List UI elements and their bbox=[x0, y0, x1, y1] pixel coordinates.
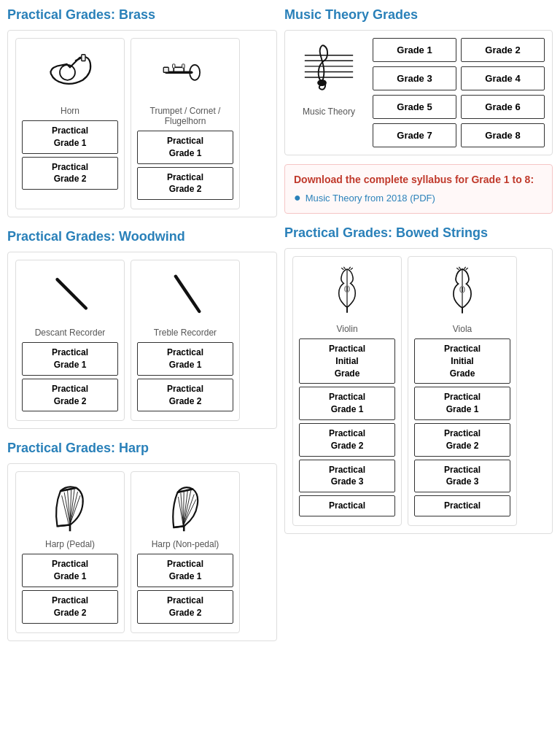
bullet-icon: ● bbox=[294, 191, 301, 204]
svg-line-28 bbox=[181, 493, 184, 526]
harp-pedal-grade1-btn[interactable]: PracticalGrade 1 bbox=[22, 554, 118, 587]
harp-grid: Harp (Pedal) PracticalGrade 1 PracticalG… bbox=[7, 463, 277, 640]
download-section: Download the complete syllabus for Grade… bbox=[284, 164, 553, 214]
svg-line-46 bbox=[349, 267, 350, 269]
descant-grade1-btn[interactable]: PracticalGrade 1 bbox=[22, 342, 118, 376]
svg-rect-10 bbox=[173, 64, 176, 68]
violin-name: Violin bbox=[336, 324, 357, 334]
strings-title: Practical Grades: Bowed Strings bbox=[284, 225, 553, 241]
svg-rect-9 bbox=[163, 67, 168, 72]
theory-grade6-btn[interactable]: Grade 6 bbox=[461, 95, 545, 119]
theory-grade5-btn[interactable]: Grade 5 bbox=[373, 95, 456, 119]
viola-grade3-btn[interactable]: PracticalGrade 3 bbox=[414, 460, 510, 493]
violin-grade1-btn[interactable]: PracticalGrade 1 bbox=[299, 387, 395, 420]
horn-name: Horn bbox=[61, 106, 79, 116]
brass-title: Practical Grades: Brass bbox=[7, 7, 277, 23]
treble-recorder-icon bbox=[156, 266, 214, 325]
violin-grade3-btn[interactable]: PracticalGrade 3 bbox=[299, 460, 395, 493]
music-theory-icon bbox=[300, 38, 358, 104]
horn-grade2-btn[interactable]: PracticalGrade 2 bbox=[22, 157, 118, 190]
harp-nonpedal-grade1-btn[interactable]: PracticalGrade 1 bbox=[137, 554, 233, 587]
download-pdf-link[interactable]: ● Music Theory from 2018 (PDF) bbox=[294, 191, 543, 204]
trumpet-grade2-btn[interactable]: PracticalGrade 2 bbox=[137, 167, 233, 201]
theory-title: Music Theory Grades bbox=[284, 7, 553, 23]
theory-icon-wrap: Music Theory bbox=[292, 38, 365, 117]
woodwind-title: Practical Grades: Woodwind bbox=[7, 229, 277, 244]
violin-grade2-btn[interactable]: PracticalGrade 2 bbox=[299, 423, 395, 457]
svg-rect-11 bbox=[182, 64, 185, 68]
viola-grade1-btn[interactable]: PracticalGrade 1 bbox=[414, 387, 510, 420]
svg-line-12 bbox=[58, 279, 86, 308]
svg-line-52 bbox=[456, 268, 459, 269]
horn-grade1-btn[interactable]: PracticalGrade 1 bbox=[22, 120, 118, 154]
treble-recorder-card: Treble Recorder PracticalGrade 1 Practic… bbox=[131, 260, 240, 421]
svg-line-13 bbox=[176, 276, 199, 311]
download-title: Download the complete syllabus for Grade… bbox=[294, 174, 543, 185]
theory-name-label: Music Theory bbox=[303, 107, 355, 117]
svg-line-44 bbox=[341, 268, 343, 269]
trumpet-grade1-btn[interactable]: PracticalGrade 1 bbox=[137, 131, 233, 164]
viola-grade2-btn[interactable]: PracticalGrade 2 bbox=[414, 423, 510, 457]
viola-initial-btn[interactable]: PracticalInitialGrade bbox=[414, 338, 510, 384]
brass-grid: Horn PracticalGrade 1 PracticalGrade 2 bbox=[7, 30, 277, 217]
woodwind-grid: Descant Recorder PracticalGrade 1 Practi… bbox=[7, 252, 277, 429]
harp-pedal-grade2-btn[interactable]: PracticalGrade 2 bbox=[22, 590, 118, 624]
theory-grade1-btn[interactable]: Grade 1 bbox=[373, 38, 456, 62]
theory-grade3-btn[interactable]: Grade 3 bbox=[373, 66, 456, 90]
svg-line-54 bbox=[464, 267, 465, 269]
harp-pedal-icon bbox=[41, 478, 99, 536]
svg-line-14 bbox=[58, 525, 71, 527]
svg-line-55 bbox=[466, 268, 468, 269]
treble-rec-grade2-btn[interactable]: PracticalGrade 2 bbox=[137, 379, 233, 412]
viola-card: Viola PracticalInitialGrade PracticalGra… bbox=[408, 256, 517, 526]
svg-line-45 bbox=[343, 267, 345, 269]
theory-grade8-btn[interactable]: Grade 8 bbox=[461, 123, 545, 147]
treble-rec-grade1-btn[interactable]: PracticalGrade 1 bbox=[137, 342, 233, 376]
theory-grade2-btn[interactable]: Grade 2 bbox=[461, 38, 545, 62]
horn-card: Horn PracticalGrade 1 PracticalGrade 2 bbox=[15, 38, 125, 209]
descant-card: Descant Recorder PracticalGrade 1 Practi… bbox=[15, 260, 125, 421]
svg-line-47 bbox=[351, 268, 353, 269]
violin-icon bbox=[318, 263, 376, 321]
svg-line-53 bbox=[459, 267, 460, 269]
viola-practical-btn[interactable]: Practical bbox=[414, 495, 510, 516]
svg-point-39 bbox=[318, 80, 326, 86]
svg-line-24 bbox=[174, 527, 184, 528]
svg-point-0 bbox=[60, 65, 75, 80]
svg-line-19 bbox=[68, 490, 71, 525]
theory-grade4-btn[interactable]: Grade 4 bbox=[461, 66, 545, 90]
theory-grades-grid: Grade 1 Grade 2 Grade 3 Grade 4 Grade 5 … bbox=[373, 38, 545, 147]
svg-line-27 bbox=[178, 497, 183, 525]
viola-icon bbox=[433, 263, 491, 321]
harp-nonpedal-card: Harp (Non-pedal) PracticalGrade 1 Practi… bbox=[131, 471, 240, 632]
harp-pedal-name: Harp (Pedal) bbox=[45, 539, 95, 549]
descant-name: Descant Recorder bbox=[35, 328, 106, 338]
harp-title: Practical Grades: Harp bbox=[7, 441, 277, 456]
svg-rect-2 bbox=[82, 55, 85, 61]
viola-name: Viola bbox=[453, 324, 472, 334]
horn-icon bbox=[41, 44, 99, 103]
trumpet-name: Trumpet / Cornet / Flugelhorn bbox=[150, 106, 221, 126]
violin-card: Violin PracticalInitialGrade PracticalGr… bbox=[292, 256, 402, 526]
descant-grade2-btn[interactable]: PracticalGrade 2 bbox=[22, 379, 118, 412]
trumpet-card: Trumpet / Cornet / Flugelhorn PracticalG… bbox=[131, 38, 240, 209]
harp-nonpedal-icon bbox=[156, 478, 214, 536]
violin-practical-btn[interactable]: Practical bbox=[299, 495, 395, 516]
trumpet-icon bbox=[156, 44, 214, 103]
strings-grid: Violin PracticalInitialGrade PracticalGr… bbox=[284, 248, 553, 534]
harp-nonpedal-name: Harp (Non-pedal) bbox=[152, 539, 219, 549]
violin-initial-btn[interactable]: PracticalInitialGrade bbox=[299, 338, 395, 384]
harp-nonpedal-grade2-btn[interactable]: PracticalGrade 2 bbox=[137, 590, 233, 624]
svg-line-32 bbox=[183, 495, 194, 526]
theory-grade7-btn[interactable]: Grade 7 bbox=[373, 123, 456, 147]
harp-pedal-card: Harp (Pedal) PracticalGrade 1 PracticalG… bbox=[15, 471, 125, 632]
descant-icon bbox=[41, 266, 99, 325]
download-link-text: Music Theory from 2018 (PDF) bbox=[306, 193, 435, 204]
theory-box: Music Theory Grade 1 Grade 2 Grade 3 Gra… bbox=[284, 30, 553, 155]
treble-recorder-name: Treble Recorder bbox=[154, 328, 217, 338]
